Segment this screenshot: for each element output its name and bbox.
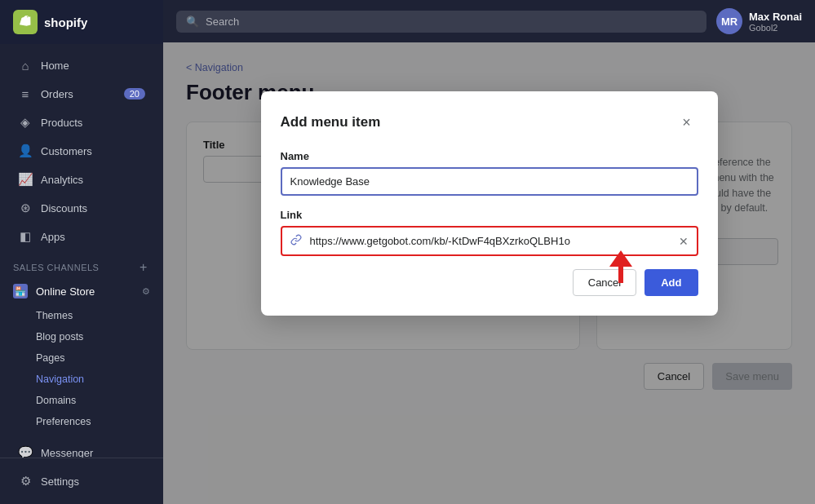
sidebar-item-customers[interactable]: 👤 Customers [5,137,158,165]
messenger-label: Messenger [41,447,93,458]
orders-badge: 20 [124,88,145,99]
domains-label: Domains [36,395,76,406]
sidebar-footer: ⚙ Settings [0,458,163,504]
link-input-wrapper: ✕ [281,226,698,256]
modal-header: Add menu item × [281,111,698,134]
arrow-annotation [609,250,632,283]
modal-add-button[interactable]: Add [644,269,698,296]
sidebar-nav: ⌂ Home ≡ Orders 20 ◈ Products 👤 Customer… [0,44,163,458]
sidebar-item-label: Analytics [41,174,83,186]
modal-link-field: Link ✕ [281,209,698,256]
pages-label: Pages [36,352,64,364]
blog-posts-label: Blog posts [36,331,83,343]
sidebar-sub-pages[interactable]: Pages [0,347,163,369]
modal-overlay: Add menu item × Name Link [163,42,815,504]
sidebar-item-label: Products [41,117,82,129]
preferences-label: Preferences [36,416,91,427]
sidebar-sub-blog-posts[interactable]: Blog posts [0,326,163,347]
sidebar-item-online-store[interactable]: 🏪 Online Store ⚙ [0,277,163,305]
sidebar-item-products[interactable]: ◈ Products [5,108,158,136]
modal-name-field: Name [281,150,698,196]
navigation-label: Navigation [36,374,84,385]
search-icon: 🔍 [186,15,199,28]
settings-icon: ⚙ [18,474,33,489]
sidebar-item-settings[interactable]: ⚙ Settings [5,467,158,495]
store-name: shopify [44,15,87,29]
modal-name-label: Name [281,150,698,162]
settings-label: Settings [41,475,79,488]
user-area: MR Max Ronai Gobol2 [716,8,802,34]
main-area: 🔍 Search MR Max Ronai Gobol2 Navigation … [163,0,815,504]
sidebar-item-home[interactable]: ⌂ Home [5,51,158,79]
topbar: 🔍 Search MR Max Ronai Gobol2 [163,0,815,42]
user-initials: MR [721,15,737,28]
link-icon [282,228,310,254]
modal-footer: Cancel Add [281,269,698,296]
search-bar[interactable]: 🔍 Search [176,11,706,33]
themes-label: Themes [36,310,73,321]
content-area: Navigation Footer menu Title Handle The … [163,42,815,504]
online-store-label: Online Store [36,285,95,298]
search-placeholder: Search [206,15,239,28]
link-clear-icon[interactable]: ✕ [671,228,697,254]
sidebar-item-analytics[interactable]: 📈 Analytics [5,166,158,193]
sidebar-item-discounts[interactable]: ⊛ Discounts [5,194,158,222]
customers-icon: 👤 [18,144,33,158]
user-name: Max Ronai [749,11,802,23]
add-menu-item-modal: Add menu item × Name Link [261,91,718,316]
sidebar: shopify ⌂ Home ≡ Orders 20 ◈ Products 👤 … [0,0,163,504]
arrow-stem [618,267,623,283]
sidebar-item-label: Apps [41,231,65,243]
sidebar-item-label: Customers [41,145,92,157]
sales-channels-section: SALES CHANNELS + [0,251,163,277]
apps-icon: ◧ [18,229,33,244]
sales-channels-label: SALES CHANNELS [13,263,99,272]
shopify-logo [13,10,38,34]
products-icon: ◈ [18,115,33,130]
modal-title: Add menu item [281,114,381,130]
analytics-icon: 📈 [18,172,33,187]
home-icon: ⌂ [18,58,33,73]
sidebar-header: shopify [0,0,163,44]
modal-name-input[interactable] [281,167,698,196]
sidebar-item-label: Orders [41,88,73,100]
sidebar-sub-domains[interactable]: Domains [0,390,163,411]
sidebar-item-apps[interactable]: ◧ Apps [5,223,158,250]
sidebar-item-label: Home [41,60,69,72]
sidebar-sub-themes[interactable]: Themes [0,305,163,326]
discounts-icon: ⊛ [18,201,33,215]
sidebar-sub-navigation[interactable]: Navigation [0,369,163,390]
modal-link-label: Link [281,209,698,221]
sidebar-item-messenger[interactable]: 💬 Messenger [5,439,158,458]
messenger-icon: 💬 [18,445,33,458]
user-store: Gobol2 [749,23,802,33]
online-store-settings-icon[interactable]: ⚙ [142,286,150,297]
sidebar-item-orders[interactable]: ≡ Orders 20 [5,80,158,108]
sidebar-item-label: Discounts [41,202,87,214]
orders-icon: ≡ [18,86,33,101]
online-store-icon: 🏪 [13,284,28,298]
avatar: MR [716,8,742,34]
modal-close-button[interactable]: × [675,111,698,134]
arrow-up-icon [609,250,632,267]
sidebar-sub-preferences[interactable]: Preferences [0,411,163,432]
add-sales-channel-icon[interactable]: + [137,261,150,274]
